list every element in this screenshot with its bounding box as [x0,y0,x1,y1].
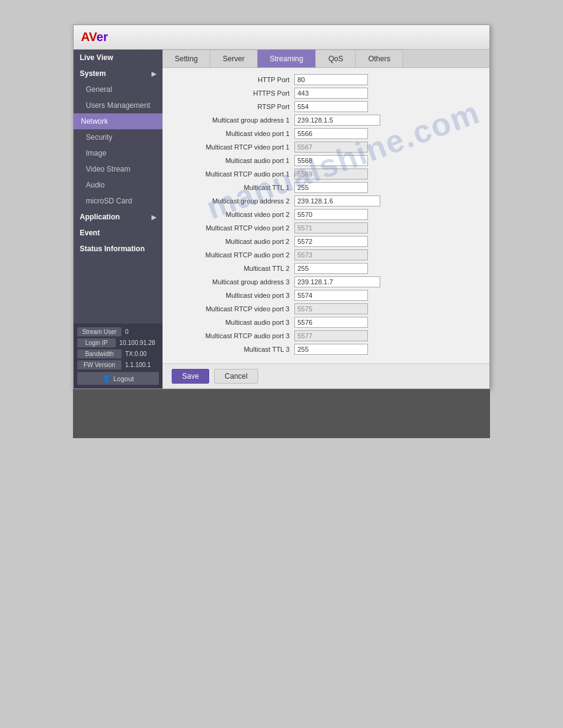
sidebar-application-arrow: ▶ [151,214,156,221]
save-button[interactable]: Save [172,369,209,384]
field-label-18: Multicast audio port 3 [172,319,294,326]
sidebar-system-section[interactable]: System ▶ [74,66,163,82]
sidebar-live-view-label: Live View [80,53,113,62]
sidebar-application-label: Application [80,213,120,221]
field-input-10[interactable] [294,209,368,220]
form-row: Multicast RTCP audio port 2 [172,249,480,260]
field-input-20[interactable] [294,344,368,355]
form-row: HTTPS Port [172,88,480,99]
field-input-2[interactable] [294,101,368,112]
field-label-0: HTTP Port [172,76,294,83]
field-label-13: Multicast RTCP audio port 2 [172,251,294,259]
form-row: Multicast audio port 2 [172,236,480,247]
sidebar-event-section[interactable]: Event [74,225,163,241]
sidebar-item-microsd[interactable]: microSD Card [74,193,163,209]
form-row: Multicast RTCP video port 2 [172,222,480,233]
sidebar-item-users-management[interactable]: Users Management [74,97,163,113]
sidebar-item-security[interactable]: Security [74,129,163,145]
button-bar: Save Cancel [163,363,489,389]
form-row: Multicast group address 3 [172,276,480,287]
sidebar-item-general[interactable]: General [74,82,163,97]
field-input-5 [294,142,368,153]
form-row: Multicast RTCP audio port 1 [172,169,480,180]
logout-button[interactable]: 👤 Logout [77,372,159,385]
form-row: Multicast TTL 3 [172,344,480,355]
field-input-15[interactable] [294,276,380,287]
tab-qos[interactable]: QoS [316,50,356,67]
field-input-6[interactable] [294,155,368,166]
field-label-9: Multicast group address 2 [172,197,294,205]
sidebar-item-microsd-label: microSD Card [86,197,132,205]
field-input-3[interactable] [294,115,380,126]
bandwidth-row: Bandwidth TX:0.00 [77,349,159,358]
tab-others[interactable]: Others [356,50,403,67]
cancel-button[interactable]: Cancel [214,369,258,384]
stream-user-row: Stream User 0 [77,327,159,336]
content-wrapper: manualshinе.com HTTP PortHTTPS PortRTSP … [163,68,489,363]
sidebar-application-section[interactable]: Application ▶ [74,209,163,225]
sidebar-item-audio-label: Audio [86,181,105,189]
form-area: HTTP PortHTTPS PortRTSP PortMulticast gr… [163,68,489,363]
sidebar-item-users-label: Users Management [86,101,150,110]
field-label-10: Multicast video port 2 [172,211,294,218]
page-wrapper: AVer Live View System ▶ General [12,12,551,438]
form-row: Multicast TTL 1 [172,182,480,193]
form-row: Multicast audio port 1 [172,155,480,166]
field-label-8: Multicast TTL 1 [172,184,294,191]
sidebar-item-network-label: Network [81,117,108,126]
sidebar-system-label: System [80,69,106,78]
form-row: Multicast RTCP audio port 3 [172,330,480,341]
field-input-12[interactable] [294,236,368,247]
sidebar-item-security-label: Security [86,133,112,142]
login-ip-value: 10.100.91.28 [116,338,159,347]
sidebar-system-arrow: ▶ [151,70,156,77]
field-input-9[interactable] [294,195,380,207]
sidebar-item-image[interactable]: Image [74,145,163,161]
field-label-7: Multicast RTCP audio port 1 [172,170,294,178]
form-row: Multicast video port 3 [172,290,480,301]
sidebar-item-image-label: Image [86,149,106,157]
form-row: Multicast audio port 3 [172,317,480,328]
field-input-4[interactable] [294,128,368,139]
app-container: AVer Live View System ▶ General [73,25,490,389]
bottom-bar [73,389,490,438]
field-input-18[interactable] [294,317,368,328]
field-input-8[interactable] [294,182,368,193]
sidebar-nav: Live View System ▶ General Users Managem… [74,50,163,324]
field-label-19: Multicast RTCP audio port 3 [172,332,294,339]
field-label-14: Multicast TTL 2 [172,265,294,272]
form-row: Multicast TTL 2 [172,263,480,274]
field-input-0[interactable] [294,74,368,85]
sidebar-event-label: Event [80,229,100,237]
field-input-16[interactable] [294,290,368,301]
field-label-12: Multicast audio port 2 [172,238,294,245]
sidebar-live-view[interactable]: Live View [74,50,163,66]
logo-er: er [96,30,108,44]
app-header: AVer [74,25,489,50]
sidebar-status-section[interactable]: Status Information [74,241,163,257]
app-body: Live View System ▶ General Users Managem… [74,50,489,389]
logo-av: AV [81,30,96,44]
tab-setting[interactable]: Setting [163,50,210,67]
field-input-1[interactable] [294,88,368,99]
tab-streaming[interactable]: Streaming [258,50,316,67]
field-input-19 [294,330,368,341]
tab-server[interactable]: Server [210,50,257,67]
sidebar-item-audio[interactable]: Audio [74,177,163,193]
field-input-7 [294,169,368,180]
form-row: Multicast group address 2 [172,195,480,207]
form-row: Multicast video port 2 [172,209,480,220]
tab-bar: Setting Server Streaming QoS Others [163,50,489,68]
sidebar-footer: Stream User 0 Login IP 10.100.91.28 Band… [74,324,163,389]
sidebar-item-video-stream[interactable]: Video Stream [74,161,163,177]
login-ip-label: Login IP [77,338,116,347]
form-row: RTSP Port [172,101,480,112]
fw-version-value: 1.1.100.1 [121,360,155,370]
field-input-14[interactable] [294,263,368,274]
fw-version-row: FW Version 1.1.100.1 [77,360,159,370]
logout-label: Logout [113,375,134,382]
field-label-11: Multicast RTCP video port 2 [172,224,294,232]
sidebar-item-network[interactable]: Network [74,113,163,129]
form-row: HTTP Port [172,74,480,85]
logo: AVer [81,30,108,44]
